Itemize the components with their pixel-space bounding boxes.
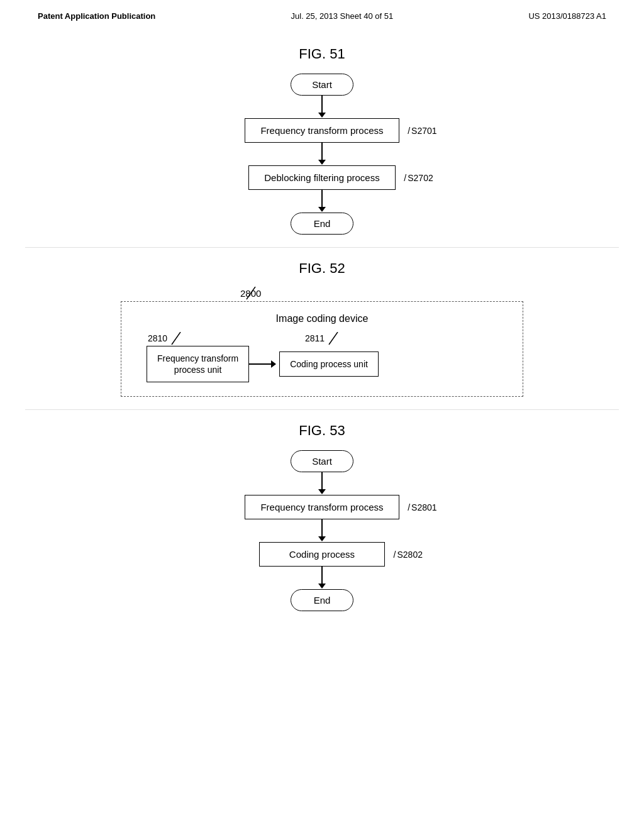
fig52-device-label: Image coding device <box>140 313 504 324</box>
fig51-end-node: End <box>291 213 353 235</box>
fig51-freq-node: Frequency transform process <box>245 118 399 143</box>
fig51-flowchart: Start Frequency transform process S2701 … <box>245 74 399 235</box>
fig52-unit1-box: Frequency transformprocess unit <box>147 346 249 382</box>
fig53-step2-label: S2802 <box>394 550 423 560</box>
fig51-deblock-node: Deblocking filtering process <box>248 165 395 190</box>
fig52-section: FIG. 52 2800 Image coding device 2810 28… <box>0 248 644 409</box>
fig53-title: FIG. 53 <box>299 423 345 439</box>
fig52-device-box: Image coding device 2810 2811 Frequency … <box>121 301 523 397</box>
fig53-coding-node: Coding process <box>259 542 385 567</box>
fig52-unit1-slash-icon <box>169 332 184 346</box>
fig52-unit2-slash-icon <box>326 332 341 346</box>
fig51-step1-label: S2701 <box>408 126 436 136</box>
header-center: Jul. 25, 2013 Sheet 40 of 51 <box>291 11 394 21</box>
fig52-unit1-number: 2810 <box>148 333 167 343</box>
svg-line-2 <box>329 332 338 345</box>
fig52-arrow-right <box>249 360 279 368</box>
fig53-arrow3 <box>318 567 326 589</box>
fig53-arrow2 <box>318 519 326 542</box>
fig53-end-node: End <box>291 589 353 611</box>
fig51-arrow2 <box>318 143 326 165</box>
fig51-arrow1 <box>318 96 326 118</box>
fig51-section: FIG. 51 Start Frequency transform proces… <box>0 27 644 247</box>
fig52-unit2-box: Coding process unit <box>279 351 379 377</box>
fig51-step2-label: S2702 <box>404 173 433 183</box>
header-right: US 2013/0188723 A1 <box>528 11 606 21</box>
fig53-flowchart: Start Frequency transform process S2801 … <box>245 450 399 611</box>
fig52-units-row: Frequency transformprocess unit Coding p… <box>140 346 504 382</box>
fig53-start-node: Start <box>291 450 353 472</box>
fig51-arrow3 <box>318 190 326 213</box>
svg-line-0 <box>247 287 255 299</box>
fig51-start-node: Start <box>291 74 353 96</box>
page-header: Patent Application Publication Jul. 25, … <box>0 0 644 27</box>
fig52-device-slash-icon <box>244 287 259 301</box>
fig52-title: FIG. 52 <box>299 260 345 277</box>
fig51-title: FIG. 51 <box>299 46 345 62</box>
fig53-freq-node: Frequency transform process <box>245 495 399 519</box>
fig53-step1-label: S2801 <box>408 502 436 512</box>
svg-line-1 <box>172 332 180 345</box>
fig53-section: FIG. 53 Start Frequency transform proces… <box>0 410 644 624</box>
header-left: Patent Application Publication <box>38 11 155 21</box>
fig52-unit2-number: 2811 <box>305 333 325 343</box>
fig53-arrow1 <box>318 472 326 495</box>
